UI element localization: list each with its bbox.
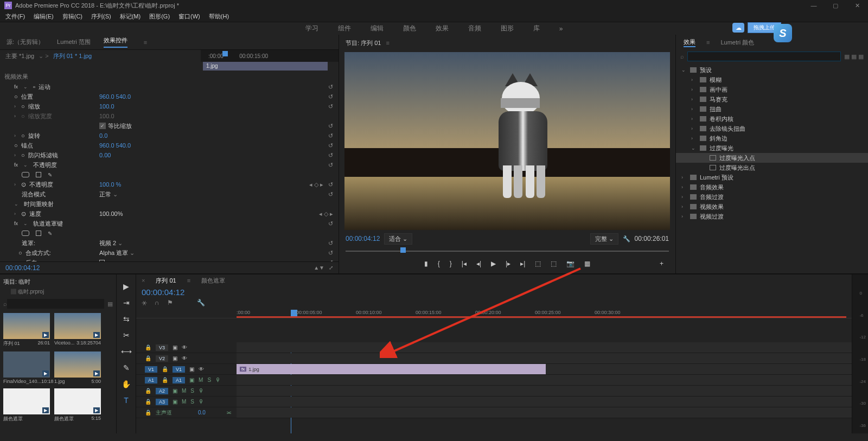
out-point-button[interactable]: }	[450, 260, 452, 267]
linked-selection-icon[interactable]: ∩	[155, 299, 159, 306]
go-to-in-button[interactable]: |◂	[462, 260, 467, 267]
mini-clip-bar[interactable]: 1.jpg	[203, 62, 328, 71]
effect-item[interactable]: ›卷积内核	[676, 114, 868, 124]
prop-composite-value[interactable]: Alpha 遮罩	[99, 249, 154, 257]
prop-anchor-value[interactable]: 960.0 540.0	[99, 142, 154, 149]
master-clip-label[interactable]: 主要 *1.jpg	[5, 52, 34, 60]
zoom-fit-select[interactable]: 适合 ⌄	[384, 233, 412, 245]
add-button[interactable]: +	[660, 260, 663, 267]
snap-icon[interactable]: ⚹	[142, 299, 147, 306]
timeline-menu-icon[interactable]: ≡	[187, 277, 190, 284]
ws-audio[interactable]: 音频	[468, 24, 481, 33]
marker-icon[interactable]: ⚑	[167, 299, 173, 306]
prop-timeremap[interactable]: 时间重映射	[24, 200, 54, 208]
effect-item[interactable]: ›音频效果	[676, 182, 868, 192]
extract-button[interactable]: ⬚	[551, 260, 557, 267]
tab-source[interactable]: 源:（无剪辑）	[7, 38, 44, 46]
menu-edit[interactable]: 编辑(E)	[34, 12, 54, 21]
lift-button[interactable]: ⬚	[535, 260, 541, 267]
menu-window[interactable]: 窗口(W)	[178, 12, 200, 21]
filter-icon[interactable]: ▦ ▦ ▦	[844, 53, 864, 60]
effect-item[interactable]: ›音频过渡	[676, 192, 868, 202]
program-menu-icon[interactable]: ≡	[386, 40, 389, 46]
prop-blend-value[interactable]: 正常	[99, 190, 154, 199]
slip-tool[interactable]: ⟷	[121, 347, 132, 356]
track-master[interactable]: 主声道	[156, 409, 172, 417]
effect-item[interactable]: ›画中画	[676, 85, 868, 94]
go-to-out-button[interactable]: ▸|	[520, 260, 525, 267]
mini-playhead[interactable]	[222, 51, 228, 56]
track-source-a1[interactable]: A1	[145, 377, 157, 384]
timeline-ruler[interactable]: :00:00 00:00:05:00 00:00:10:00 00:00:15:…	[136, 310, 852, 318]
effect-item[interactable]: ›模糊	[676, 75, 868, 85]
ws-library[interactable]: 库	[533, 24, 540, 33]
prop-opacity-value[interactable]: 100.0 %	[99, 181, 154, 188]
project-bin[interactable]: 临时.prproj	[18, 289, 44, 295]
track-select-tool[interactable]: ⇥	[123, 298, 130, 307]
project-item[interactable]: ▶Vicetoo...3:18:25704	[54, 313, 101, 347]
scrubber-playhead[interactable]	[400, 247, 406, 253]
effects-search-input[interactable]	[687, 52, 841, 61]
ws-more[interactable]: »	[559, 25, 563, 33]
prop-reverse-checkbox[interactable]	[99, 260, 105, 261]
track-v1[interactable]: V1	[173, 366, 185, 373]
effect-item[interactable]: 过度曝光入点	[676, 153, 868, 163]
effect-item[interactable]: ⌄过度曝光	[676, 143, 868, 153]
comparison-button[interactable]: ▦	[584, 260, 590, 267]
prop-antiflicker-value[interactable]: 0.00	[99, 152, 154, 158]
master-volume[interactable]: 0.0	[198, 410, 206, 416]
effect-item[interactable]: ›Lumetri 预设	[676, 172, 868, 182]
expand-icon[interactable]: ⤢	[329, 265, 333, 271]
ws-assembly[interactable]: 组件	[338, 24, 351, 33]
selection-tool[interactable]: ▶	[123, 282, 129, 291]
menu-clip[interactable]: 剪辑(C)	[62, 12, 82, 21]
project-item[interactable]: ▶1.jpg5:00	[54, 351, 101, 384]
bin-icon[interactable]: ▥	[11, 289, 16, 295]
effect-item[interactable]: ›视频过渡	[676, 212, 868, 221]
prop-trackmatte[interactable]: 轨道遮罩键	[33, 220, 63, 228]
tab-lumetri-scopes[interactable]: Lumetri 范围	[57, 38, 91, 46]
timeline-timecode[interactable]: 00:00:04:12	[136, 286, 852, 298]
timeline-tab-sequence[interactable]: 序列 01	[156, 277, 176, 285]
project-search-input[interactable]	[7, 299, 104, 309]
menu-file[interactable]: 文件(F)	[5, 12, 25, 21]
project-item[interactable]: ▶FinalVideo_140...10:18	[3, 351, 50, 384]
prop-matte-value[interactable]: 视频 2	[99, 239, 154, 247]
project-item[interactable]: ▶序列 0126:01	[3, 313, 50, 347]
prop-uniform-scale[interactable]: 等比缩放	[108, 122, 132, 130]
close-button[interactable]: ✕	[846, 0, 868, 11]
track-a3[interactable]: A3	[156, 399, 168, 405]
ws-editing[interactable]: 编辑	[371, 24, 384, 33]
program-tab[interactable]: 节目: 序列 01	[346, 40, 381, 46]
project-item[interactable]: ▶颜色遮罩	[3, 388, 50, 423]
effect-item[interactable]: ›马赛克	[676, 94, 868, 104]
ws-color[interactable]: 颜色	[403, 24, 416, 33]
ws-learn[interactable]: 学习	[305, 24, 318, 33]
effect-item[interactable]: ›扭曲	[676, 104, 868, 114]
prop-rotation-value[interactable]: 0.0	[99, 132, 154, 139]
effect-item[interactable]: ›斜角边	[676, 133, 868, 143]
prop-speed-value[interactable]: 100.00%	[99, 210, 123, 217]
step-back-button[interactable]: ◂|	[476, 260, 481, 267]
tab-lumetri-color[interactable]: Lumetri 颜色	[720, 39, 754, 47]
panel-menu-icon[interactable]: ≡	[144, 39, 147, 46]
in-point-button[interactable]: {	[438, 260, 440, 267]
razor-tool[interactable]: ✂	[123, 331, 130, 340]
effects-menu-icon[interactable]: ≡	[706, 39, 710, 46]
menu-sequence[interactable]: 序列(S)	[91, 12, 111, 21]
hand-tool[interactable]: ✋	[122, 380, 131, 388]
track-v3[interactable]: V3	[156, 344, 168, 351]
pen-tool[interactable]: ✎	[123, 363, 130, 372]
prop-scale-value[interactable]: 100.0	[99, 103, 154, 110]
export-frame-button[interactable]: 📷	[566, 260, 575, 267]
step-forward-button[interactable]: |▸	[506, 260, 510, 267]
cloud-icon[interactable]: ☁	[732, 23, 744, 33]
type-tool[interactable]: T	[124, 396, 129, 405]
track-source-v1[interactable]: V1	[145, 366, 157, 373]
menu-graphics[interactable]: 图形(G)	[149, 12, 170, 21]
effect-item[interactable]: ›去除镜头扭曲	[676, 124, 868, 133]
track-a2[interactable]: A2	[156, 388, 168, 394]
project-item[interactable]: ▶颜色遮罩5:15	[54, 388, 101, 423]
prop-opacity-fx[interactable]: 不透明度	[33, 161, 57, 169]
program-monitor[interactable]	[344, 52, 670, 230]
